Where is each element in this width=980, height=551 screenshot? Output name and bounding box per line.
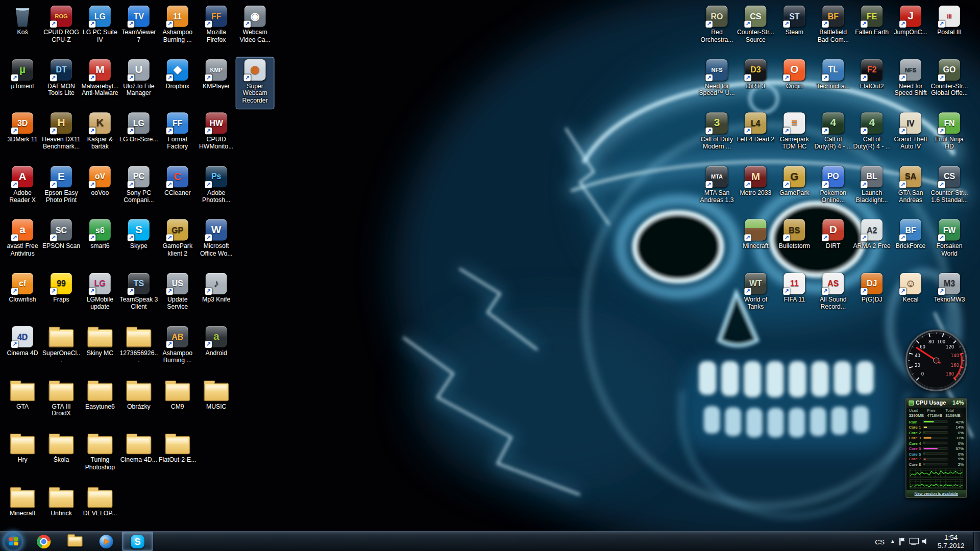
desktop-icon-fruit-ninja-hd[interactable]: FN↗Fruit Ninja HD bbox=[930, 111, 968, 162]
desktop-icon-daemon-tools-lite[interactable]: DT↗DAEMON Tools Lite bbox=[42, 57, 80, 108]
desktop-icon-flatout2[interactable]: F2↗FlatOut2 bbox=[853, 57, 890, 108]
desktop-icon-cm9[interactable]: CM9 bbox=[159, 378, 196, 429]
desktop-icon-super-webcam-recorder[interactable]: ◉↗Super Webcam Recorder bbox=[236, 57, 274, 108]
desktop-icon-avast-free-antivirus[interactable]: a↗avast! Free Antivirus bbox=[4, 217, 41, 268]
desktop-icon-cinema-4d[interactable]: 4D↗Cinema 4D bbox=[4, 324, 41, 375]
desktop-icon-ko[interactable]: Koš bbox=[4, 4, 41, 55]
desktop-icon-adobe-photosh[interactable]: Ps↗Adobe Photosh... bbox=[198, 164, 235, 215]
desktop-icon-call-of-duty-modern[interactable]: 3↗Call of Duty Modern ... bbox=[698, 111, 736, 162]
desktop-icon-webcam-video-ca[interactable]: ◉↗Webcam Video Ca... bbox=[236, 4, 274, 55]
desktop-icon-gamepark[interactable]: G↗GamePark bbox=[776, 164, 813, 215]
desktop-icon-need-for-speed-shift[interactable]: NFS↗Need for Speed Shift bbox=[892, 57, 929, 108]
desktop-icon-lg-on-scre[interactable]: LG↗LG On-Scre... bbox=[120, 111, 157, 162]
desktop-icon-gamepark-klient-2[interactable]: GP↗GamePark klient 2 bbox=[159, 217, 196, 268]
desktop-icon-counter-str-global-offe[interactable]: GO↗Counter-Str... Global Offe... bbox=[930, 57, 968, 108]
network-icon[interactable] bbox=[910, 538, 918, 544]
desktop-icon-counter-str-1-6-standal[interactable]: CS↗Counter-Str... 1.6 Standal... bbox=[930, 164, 968, 215]
desktop-icon-tuning-photoshop[interactable]: Tuning Photoshop bbox=[81, 431, 118, 482]
desktop-icon-teamviewer-7[interactable]: TV↗TeamViewer 7 bbox=[120, 4, 157, 55]
desktop-icon-epson-easy-photo-print[interactable]: E↗Epson Easy Photo Print bbox=[42, 164, 80, 215]
desktop-icon-minecraft[interactable]: ↗Minecraft bbox=[737, 217, 774, 268]
desktop-icon-easytune6[interactable]: Easytune6 bbox=[81, 378, 118, 429]
desktop-icon-android[interactable]: a↗Android bbox=[198, 324, 235, 375]
desktop-icon-unbrick[interactable]: Unbrick bbox=[42, 485, 80, 536]
desktop-icon-mp3-knife[interactable]: ♪↗Mp3 Knife bbox=[198, 271, 235, 322]
desktop-icon-origin[interactable]: O↗Origin bbox=[776, 57, 813, 108]
desktop-icon-technicla[interactable]: TL↗TechnicLa... bbox=[815, 57, 852, 108]
desktop-icon-obr-zky[interactable]: Obrázky bbox=[120, 378, 157, 429]
desktop-icon-teknomw3[interactable]: M3↗TeknoMW3 bbox=[930, 271, 968, 322]
desktop-icon-lgmobile-update[interactable]: LG↗LGMobile update bbox=[81, 271, 118, 322]
desktop-icon-fifa-11[interactable]: 11↗FIFA 11 bbox=[776, 271, 813, 322]
desktop-icon-heaven-dx11-benchmark[interactable]: H↗Heaven DX11 Benchmark... bbox=[42, 111, 80, 162]
desktop-icon-clownfish[interactable]: cf↗Clownfish bbox=[4, 271, 41, 322]
desktop-icon-3dmark-11[interactable]: 3D↗3DMark 11 bbox=[4, 111, 41, 162]
desktop-icon-battlefield-bad-com[interactable]: BF↗Battlefield Bad Com... bbox=[815, 4, 852, 55]
desktop-icon-ccleaner[interactable]: C↗CCleaner bbox=[159, 164, 196, 215]
desktop-icon-jumponc[interactable]: J↗JumpOnC... bbox=[892, 4, 929, 55]
desktop-icon-format-factory[interactable]: FF↗Format Factory bbox=[159, 111, 196, 162]
desktop-icon-minecraft[interactable]: Minecraft bbox=[4, 485, 41, 536]
desktop-icon-1273656926[interactable]: 1273656926... bbox=[120, 324, 157, 375]
desktop-icon-call-of-duty-r-4[interactable]: 4↗Call of Duty(R) 4 - ... bbox=[815, 111, 852, 162]
show-desktop-button[interactable] bbox=[973, 531, 980, 551]
desktop-icon-left-4-dead-2[interactable]: L4↗Left 4 Dead 2 bbox=[737, 111, 774, 162]
action-center-flag-icon[interactable] bbox=[899, 538, 905, 545]
desktop-icon-sony-pc-compani[interactable]: PC↗Sony PC Compani... bbox=[120, 164, 157, 215]
desktop-icon-oovoo[interactable]: oV↗ooVoo bbox=[81, 164, 118, 215]
desktop-icon-music[interactable]: MUSIC bbox=[198, 378, 235, 429]
desktop-icon-postal-iii[interactable]: III↗Postal III bbox=[930, 4, 968, 55]
desktop-icon-fallen-earth[interactable]: FE↗Fallen Earth bbox=[853, 4, 890, 55]
desktop-icon-red-orchestra[interactable]: RO↗Red Orchestra... bbox=[698, 4, 736, 55]
desktop-icon-need-for-speed-u[interactable]: NFS↗Need for Speed™ U... bbox=[698, 57, 736, 108]
desktop-icon-gta-iii-droidx[interactable]: GTA III DroidX bbox=[42, 378, 80, 429]
desktop-icon-dirt[interactable]: D↗DIRT bbox=[815, 217, 852, 268]
desktop-icon-gta[interactable]: GTA bbox=[4, 378, 41, 429]
taskbar-button-skype[interactable]: S bbox=[122, 532, 153, 551]
desktop-icon-smart6[interactable]: s6↗smart6 bbox=[81, 217, 118, 268]
new-version-link[interactable]: New version is available bbox=[906, 489, 967, 497]
desktop-icon-lg-pc-suite-iv[interactable]: LG↗LG PC Suite IV bbox=[81, 4, 118, 55]
desktop-icon-cpuid-hwmonito[interactable]: HW↗CPUID HWMonito... bbox=[198, 111, 235, 162]
taskbar-button-media-player[interactable] bbox=[91, 532, 122, 551]
desktop-icon-metro-2033[interactable]: M↗Metro 2033 bbox=[737, 164, 774, 215]
desktop-icon-kecal[interactable]: ☺↗Kecal bbox=[892, 271, 929, 322]
cpu-meter-gadget[interactable]: CPU Usage 14% Used Free Total 3390MB 471… bbox=[905, 398, 967, 497]
taskbar-button-explorer[interactable] bbox=[59, 532, 90, 551]
desktop-icon-ka-par-bart-k[interactable]: K↗Kašpar & barták bbox=[81, 111, 118, 162]
desktop-icon-superonecl[interactable]: SuperOneCl... bbox=[42, 324, 80, 375]
desktop-icon-fraps[interactable]: 99↗Fraps bbox=[42, 271, 80, 322]
desktop-icon-ashampoo-burning[interactable]: 11↗Ashampoo Burning ... bbox=[159, 4, 196, 55]
desktop-icon-kola[interactable]: Škola bbox=[42, 431, 80, 482]
desktop-icon-teamspeak-3-client[interactable]: TS↗TeamSpeak 3 Client bbox=[120, 271, 157, 322]
desktop-icon-forsaken-world[interactable]: FW↗Forsaken World bbox=[930, 217, 968, 268]
desktop-icon-dropbox[interactable]: ◆↗Dropbox bbox=[159, 57, 196, 108]
desktop-icon-malwarebyt-anti-malware[interactable]: M↗Malwarebyt... Anti-Malware bbox=[81, 57, 118, 108]
taskbar-button-chrome[interactable] bbox=[28, 532, 59, 551]
desktop-icon-skype[interactable]: S↗Skype bbox=[120, 217, 157, 268]
desktop-icon-epson-scan[interactable]: SC↗EPSON Scan bbox=[42, 217, 80, 268]
desktop-icon-call-of-duty-r-4[interactable]: 4↗Call of Duty(R) 4 - ... bbox=[853, 111, 890, 162]
desktop-icon-mta-san-andreas-1-3[interactable]: MTA↗MTA San Andreas 1.3 bbox=[698, 164, 736, 215]
desktop-icon-kmplayer[interactable]: KMP↗KMPlayer bbox=[198, 57, 235, 108]
desktop-icon-torrent[interactable]: µ↗µTorrent bbox=[4, 57, 41, 108]
desktop-icon-steam[interactable]: ST↗Steam bbox=[776, 4, 813, 55]
desktop-icon-cinema-4d[interactable]: Cinema-4D... bbox=[120, 431, 157, 482]
volume-icon[interactable] bbox=[922, 538, 928, 544]
desktop-icon-adobe-reader-x[interactable]: A↗Adobe Reader X bbox=[4, 164, 41, 215]
desktop-icon-bulletstorm[interactable]: BS↗Bulletstorm bbox=[776, 217, 813, 268]
desktop-icon-p-g-dj[interactable]: DJ↗P(G)DJ bbox=[853, 271, 890, 322]
desktop-icon-world-of-tanks[interactable]: WT↗World of Tanks bbox=[737, 271, 774, 322]
desktop-icon-counter-str-source[interactable]: CS↗Counter-Str... Source bbox=[737, 4, 774, 55]
desktop-icon-ulo-to-file-manager[interactable]: U↗Ulož.to File Manager bbox=[120, 57, 157, 108]
desktop-icon-cpuid-rog-cpu-z[interactable]: ROG↗CPUID ROG CPU-Z bbox=[42, 4, 80, 55]
clock[interactable]: 1:54 5.7.2012 bbox=[933, 533, 969, 549]
start-button[interactable] bbox=[3, 531, 23, 551]
desktop-icon-grand-theft-auto-iv[interactable]: IV↗Grand Theft Auto IV bbox=[892, 111, 929, 162]
desktop-icon-hry[interactable]: Hry bbox=[4, 431, 41, 482]
desktop-icon-brickforce[interactable]: BF↗BrickForce bbox=[892, 217, 929, 268]
desktop-icon-dirt-3[interactable]: D3↗DiRT 3 bbox=[737, 57, 774, 108]
show-hidden-icons-button[interactable]: ▲ bbox=[890, 539, 895, 544]
desktop-icon-pokemon-online[interactable]: PO↗Pokemon Online... bbox=[815, 164, 852, 215]
desktop-icon-arma-2-free[interactable]: A2↗ARMA 2 Free bbox=[853, 217, 890, 268]
